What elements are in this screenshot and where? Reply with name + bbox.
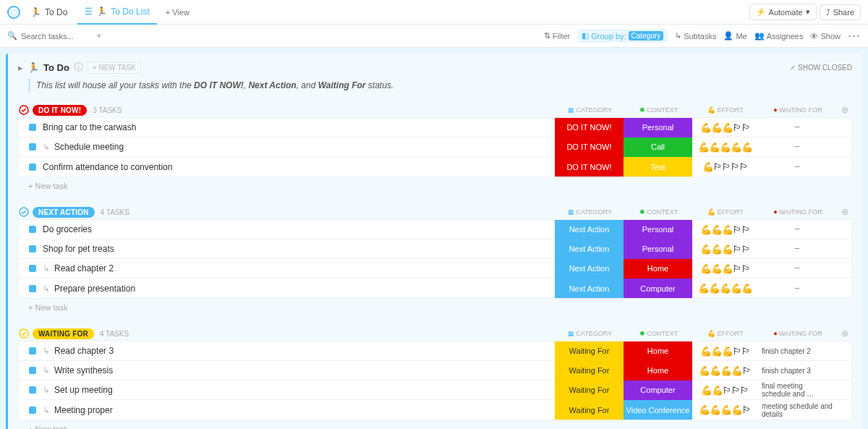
task-row[interactable]: ↳ Read chapter 2 Next Action Home 💪💪💪🏳🏳 … [19,259,851,279]
effort-cell[interactable]: 💪💪🏳🏳🏳 [692,381,757,400]
task-row[interactable]: Bring car to the carwash DO IT NOW! Pers… [19,118,851,137]
automate-button[interactable]: ⚡ Automate ▾ [749,4,817,20]
context-cell[interactable]: Text [624,157,692,177]
category-cell[interactable]: Next Action [555,259,624,279]
task-name[interactable]: Shop for pet treats [43,244,555,254]
context-cell[interactable]: Computer [624,279,692,298]
task-row[interactable]: ↳ Read chapter 3 Waiting For Home 💪💪💪🏳🏳 … [19,341,851,361]
waiting-for-cell[interactable]: – [757,157,837,177]
new-task-header-button[interactable]: + NEW TASK [88,61,141,74]
task-name[interactable]: Meeting proper [54,405,555,415]
effort-cell[interactable]: 💪💪💪💪🏳 [692,400,757,420]
status-pill[interactable]: Waiting For [33,328,94,339]
category-cell[interactable]: Next Action [555,279,624,298]
category-cell[interactable]: DO IT NOW! [555,118,624,137]
effort-cell[interactable]: 💪💪💪🏳🏳 [692,341,757,361]
effort-cell[interactable]: 💪💪💪💪💪 [692,279,757,298]
context-cell[interactable]: Personal [624,239,692,259]
caret-icon[interactable]: ▸ [18,62,23,73]
context-cell[interactable]: Home [624,341,692,361]
more-button[interactable]: ··· [848,28,861,43]
search-input[interactable] [21,32,93,41]
task-name[interactable]: Set up meeting [54,385,555,395]
show-closed-button[interactable]: ✓ SHOW CLOSED [790,64,852,72]
new-task-button[interactable]: + New task [18,299,852,316]
task-row[interactable]: ↳ Prepare presentation Next Action Compu… [19,279,851,298]
groupby-button[interactable]: ◧ Group by: Category [577,29,668,43]
status-square-icon[interactable] [29,245,36,252]
breadcrumb-todo[interactable]: 🏃 To Do [23,0,75,25]
info-icon[interactable]: ⓘ [74,61,83,74]
category-cell[interactable]: DO IT NOW! [555,137,624,157]
waiting-for-cell[interactable]: – [757,279,837,298]
filter-button[interactable]: ⇅Filter [544,31,570,41]
status-square-icon[interactable] [29,347,36,354]
effort-cell[interactable]: 💪💪💪🏳🏳 [692,259,757,279]
task-name[interactable]: Read chapter 2 [54,263,555,273]
waiting-for-cell[interactable]: finish chapter 2 [757,341,837,361]
context-cell[interactable]: Personal [624,118,692,137]
status-square-icon[interactable] [29,407,36,414]
task-row[interactable]: ↳ Set up meeting Waiting For Computer 💪💪… [19,381,851,400]
me-button[interactable]: 👤Me [723,31,746,41]
category-cell[interactable]: Waiting For [555,381,624,400]
effort-cell[interactable]: 💪💪💪🏳🏳 [692,220,757,239]
waiting-for-cell[interactable]: – [757,137,837,157]
context-cell[interactable]: Personal [624,220,692,239]
status-square-icon[interactable] [29,367,36,374]
context-cell[interactable]: Computer [624,381,692,400]
task-name[interactable]: Prepare presentation [54,284,555,294]
context-cell[interactable]: Call [624,137,692,157]
category-cell[interactable]: Waiting For [555,361,624,381]
add-column-button[interactable]: ⊕ [838,207,852,217]
show-button[interactable]: 👁Show [810,32,841,41]
collapse-icon[interactable] [18,104,30,116]
add-column-button[interactable]: ⊕ [838,105,852,115]
task-row[interactable]: ↳ Schedule meeting DO IT NOW! Call 💪💪💪💪💪… [19,137,851,157]
new-task-button[interactable]: + New task [18,420,852,429]
collapse-icon[interactable] [18,328,30,339]
status-pill[interactable]: DO IT NOW! [33,105,87,116]
category-cell[interactable]: DO IT NOW! [555,157,624,177]
waiting-for-cell[interactable]: final meeting schedule and … [757,381,837,400]
effort-cell[interactable]: 💪💪💪💪🏳 [692,361,757,381]
waiting-for-cell[interactable]: – [757,239,837,259]
new-task-button[interactable]: + New task [18,177,852,195]
category-cell[interactable]: Waiting For [555,400,624,420]
task-row[interactable]: ↳ Write synthesis Waiting For Home 💪💪💪💪🏳… [19,361,851,381]
collapse-icon[interactable] [18,206,30,218]
task-name[interactable]: Schedule meeting [54,142,555,152]
context-cell[interactable]: Home [624,361,692,381]
task-row[interactable]: ↳ Meeting proper Waiting For Video Confe… [19,400,851,420]
waiting-for-cell[interactable]: – [757,220,837,239]
search-wrap[interactable]: 🔍 ▾ [7,31,109,41]
status-square-icon[interactable] [29,285,36,292]
category-cell[interactable]: Next Action [555,220,624,239]
context-cell[interactable]: Video Conference [624,400,692,420]
status-pill[interactable]: Next Action [33,207,95,218]
waiting-for-cell[interactable]: – [757,259,837,279]
task-name[interactable]: Read chapter 3 [54,346,555,356]
task-name[interactable]: Bring car to the carwash [43,122,555,132]
category-cell[interactable]: Waiting For [555,341,624,361]
effort-cell[interactable]: 💪💪💪🏳🏳 [692,239,757,259]
context-cell[interactable]: Home [624,259,692,279]
status-square-icon[interactable] [29,386,36,394]
task-row[interactable]: Confirm attendance to convention DO IT N… [19,157,851,177]
status-square-icon[interactable] [29,265,36,272]
task-name[interactable]: Do groceries [43,224,555,234]
task-row[interactable]: Shop for pet treats Next Action Personal… [19,239,851,259]
waiting-for-cell[interactable]: finish chapter 3 [757,361,837,381]
effort-cell[interactable]: 💪🏳🏳🏳🏳 [692,157,757,177]
waiting-for-cell[interactable]: – [757,118,837,137]
status-square-icon[interactable] [29,163,36,171]
status-square-icon[interactable] [29,143,36,150]
waiting-for-cell[interactable]: meeting schedule and details [757,400,837,420]
chevron-down-icon[interactable]: ▾ [97,31,101,41]
status-square-icon[interactable] [29,124,36,131]
effort-cell[interactable]: 💪💪💪💪💪 [692,137,757,157]
add-view-button[interactable]: + View [160,8,195,17]
effort-cell[interactable]: 💪💪💪🏳🏳 [692,118,757,137]
category-cell[interactable]: Next Action [555,239,624,259]
status-square-icon[interactable] [29,226,36,233]
